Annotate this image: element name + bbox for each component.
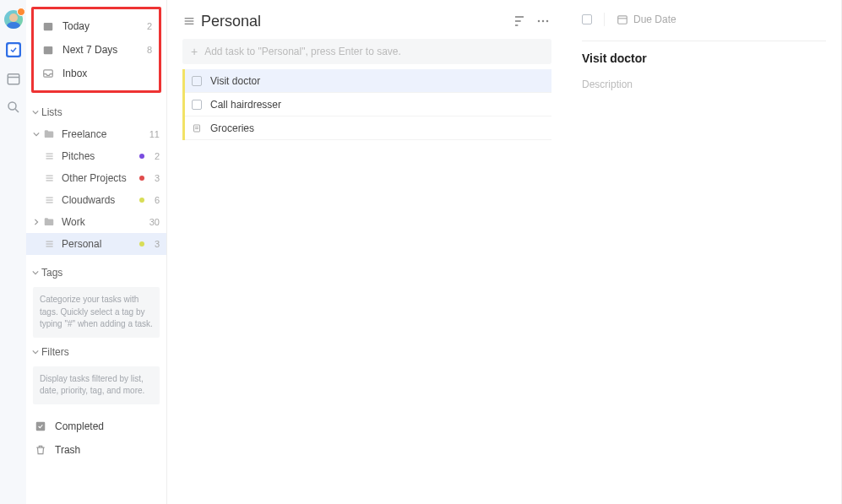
list-count: 2 — [149, 151, 160, 161]
filters-section-header[interactable]: Filters — [26, 341, 166, 363]
list-personal[interactable]: Personal 3 — [26, 233, 166, 255]
check-square-icon — [35, 420, 46, 432]
trash-link[interactable]: Trash — [26, 438, 166, 462]
color-dot — [139, 241, 144, 247]
note-icon — [192, 123, 202, 133]
list-count: 3 — [149, 173, 160, 183]
avatar[interactable] — [4, 10, 23, 29]
search-tab-icon[interactable] — [6, 100, 21, 115]
completed-link[interactable]: Completed — [26, 415, 166, 438]
more-icon[interactable] — [535, 13, 551, 30]
list-label: Personal — [62, 238, 139, 250]
list-icon — [43, 172, 55, 184]
tasks-tab-icon[interactable] — [6, 42, 21, 57]
task-list: Visit doctor Call hairdresser Groceries — [182, 69, 551, 140]
svg-point-29 — [546, 20, 549, 23]
filters-help-text: Display tasks filtered by list, date, pr… — [33, 366, 160, 404]
chevron-down-icon — [31, 131, 41, 138]
list-label: Cloudwards — [62, 194, 139, 206]
smart-today-count: 2 — [147, 21, 152, 31]
sidebar: Today 2 Next 7 Days 8 Inbox Lists Freela… — [26, 0, 167, 504]
list-pitches[interactable]: Pitches 2 — [26, 145, 166, 167]
filters-section-label: Filters — [41, 346, 69, 358]
tags-help-text: Categorize your tasks with tags. Quickly… — [33, 287, 160, 338]
lists-section-label: Lists — [41, 106, 62, 118]
app-rail — [0, 0, 26, 504]
chevron-down-icon — [31, 349, 40, 355]
smart-inbox[interactable]: Inbox — [34, 62, 159, 85]
list-label: Pitches — [62, 150, 139, 162]
task-row[interactable]: Call hairdresser — [185, 93, 551, 117]
checkbox[interactable] — [192, 100, 202, 110]
tags-section-header[interactable]: Tags — [26, 262, 166, 284]
completed-label: Completed — [55, 420, 160, 432]
task-list-pane: Personal + Add task to "Personal", press… — [167, 0, 567, 504]
menu-icon[interactable] — [182, 14, 196, 28]
svg-rect-33 — [618, 16, 627, 24]
chevron-down-icon — [31, 269, 40, 276]
add-task-input[interactable]: + Add task to "Personal", press Enter to… — [182, 39, 551, 64]
divider — [582, 41, 826, 41]
list-label: Other Projects — [62, 172, 139, 184]
list-label: Freelance — [62, 128, 149, 140]
task-row[interactable]: Visit doctor — [185, 69, 551, 93]
due-date-button[interactable]: Due Date — [617, 14, 676, 25]
trash-icon — [35, 444, 46, 456]
list-label: Work — [62, 216, 149, 228]
folder-icon — [43, 128, 55, 140]
list-other-projects[interactable]: Other Projects 3 — [26, 167, 166, 189]
color-dot — [139, 176, 144, 181]
task-title: Call hairdresser — [210, 99, 281, 111]
list-icon — [43, 194, 55, 206]
svg-rect-5 — [44, 23, 53, 30]
color-dot — [139, 198, 144, 203]
svg-rect-6 — [44, 46, 53, 54]
svg-line-4 — [15, 109, 19, 112]
list-freelance[interactable]: Freelance 11 — [26, 123, 166, 145]
smart-today-label: Today — [62, 20, 147, 32]
list-title: Personal — [201, 13, 504, 30]
list-count: 30 — [149, 217, 160, 227]
list-cloudwards[interactable]: Cloudwards 6 — [26, 189, 166, 211]
folder-icon — [43, 216, 55, 228]
list-count: 6 — [149, 195, 160, 205]
calendar-tab-icon[interactable] — [6, 71, 21, 86]
task-title: Groceries — [210, 122, 254, 134]
tags-section-label: Tags — [41, 267, 62, 279]
detail-description-placeholder[interactable]: Description — [582, 79, 826, 90]
list-icon — [43, 238, 55, 250]
add-task-placeholder: Add task to "Personal", press Enter to s… — [204, 46, 401, 57]
list-count: 11 — [149, 129, 160, 139]
smart-lists-highlight: Today 2 Next 7 Days 8 Inbox — [31, 7, 161, 93]
smart-next7-label: Next 7 Days — [62, 44, 147, 56]
calendar-day-icon — [42, 20, 54, 32]
task-row[interactable]: Groceries — [185, 117, 551, 140]
chevron-right-icon — [31, 219, 41, 225]
task-title: Visit doctor — [210, 75, 260, 87]
list-icon — [43, 150, 55, 162]
chevron-down-icon — [31, 109, 40, 116]
sort-icon[interactable] — [511, 13, 528, 30]
checkbox[interactable] — [192, 76, 202, 86]
smart-inbox-label: Inbox — [62, 68, 152, 79]
lists-section-header[interactable]: Lists — [26, 101, 166, 123]
svg-rect-1 — [8, 74, 19, 84]
smart-today[interactable]: Today 2 — [34, 14, 159, 38]
svg-rect-0 — [8, 44, 19, 56]
detail-title[interactable]: Visit doctor — [582, 51, 826, 65]
plus-icon: + — [191, 45, 198, 58]
list-work[interactable]: Work 30 — [26, 211, 166, 233]
smart-next7[interactable]: Next 7 Days 8 — [34, 38, 159, 62]
list-count: 3 — [149, 239, 160, 249]
svg-point-27 — [538, 20, 541, 23]
separator — [604, 13, 605, 26]
calendar-icon — [617, 14, 628, 25]
task-detail-pane: Due Date Visit doctor Description — [567, 0, 841, 504]
svg-point-28 — [542, 20, 545, 23]
svg-rect-20 — [36, 421, 46, 431]
smart-next7-count: 8 — [147, 45, 152, 55]
due-date-label: Due Date — [633, 14, 676, 25]
inbox-icon — [42, 68, 54, 79]
detail-checkbox[interactable] — [582, 14, 592, 24]
color-dot — [139, 154, 144, 159]
